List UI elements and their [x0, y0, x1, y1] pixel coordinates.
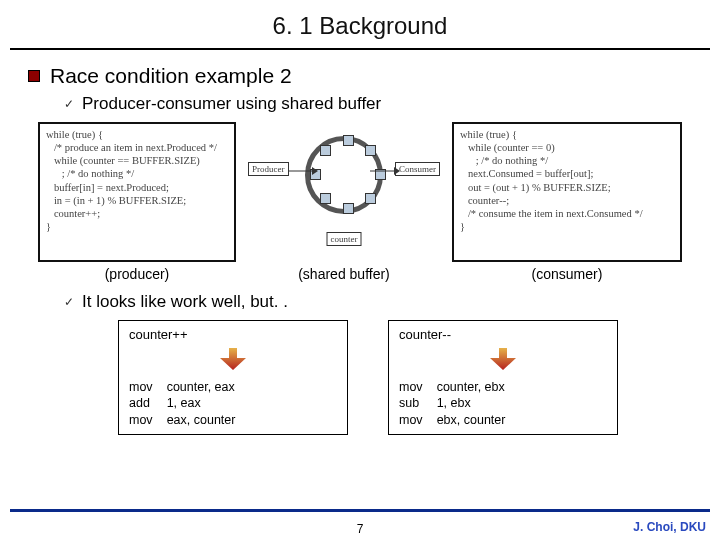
- producer-label-box: Producer: [248, 162, 289, 176]
- svg-marker-1: [312, 167, 318, 175]
- arrow-icon: [370, 166, 400, 176]
- svg-marker-5: [490, 348, 516, 370]
- label-consumer: (consumer): [452, 266, 682, 282]
- label-producer: (producer): [38, 266, 236, 282]
- arrow-icon: [288, 166, 318, 176]
- check-icon: ✓: [64, 97, 74, 111]
- counter-label-box: counter: [327, 232, 362, 246]
- slide-title: 6. 1 Background: [10, 0, 710, 50]
- asm-left-title: counter++: [129, 327, 337, 342]
- asm-box-decrement: counter-- mov sub mov counter, ebx 1, eb…: [388, 320, 618, 435]
- asm-right-title: counter--: [399, 327, 607, 342]
- diagram-row: while (true) { /* produce an item in nex…: [38, 122, 682, 262]
- producer-code: while (true) { /* produce an item in nex…: [38, 122, 236, 262]
- assembly-row: counter++ mov add mov counter, eax 1, ea…: [118, 320, 652, 435]
- asm-right-args: counter, ebx 1, ebx ebx, counter: [437, 379, 506, 428]
- asm-right-ops: mov sub mov: [399, 379, 423, 428]
- sub-bullet-1: ✓ Producer-consumer using shared buffer: [64, 94, 692, 114]
- consumer-label-box: Consumer: [395, 162, 440, 176]
- sub2-text: It looks like work well, but. .: [82, 292, 288, 312]
- svg-marker-3: [394, 167, 400, 175]
- bullet-main: Race condition example 2: [28, 64, 692, 88]
- slide-content: Race condition example 2 ✓ Producer-cons…: [0, 50, 720, 435]
- heading-text: Race condition example 2: [50, 64, 292, 88]
- sub1-text: Producer-consumer using shared buffer: [82, 94, 381, 114]
- consumer-code: while (true) { while (counter == 0) ; /*…: [452, 122, 682, 262]
- asm-box-increment: counter++ mov add mov counter, eax 1, ea…: [118, 320, 348, 435]
- down-arrow-icon: [129, 348, 337, 373]
- asm-left-args: counter, eax 1, eax eax, counter: [167, 379, 236, 428]
- label-shared: (shared buffer): [236, 266, 452, 282]
- square-bullet-icon: [28, 70, 40, 82]
- diagram-labels: (producer) (shared buffer) (consumer): [38, 266, 682, 282]
- check-icon: ✓: [64, 295, 74, 309]
- page-number: 7: [357, 522, 364, 536]
- footer-credit: J. Choi, DKU: [633, 520, 706, 534]
- asm-left-ops: mov add mov: [129, 379, 153, 428]
- footer-divider: [10, 509, 710, 512]
- sub-bullet-2: ✓ It looks like work well, but. .: [64, 292, 692, 312]
- down-arrow-icon: [399, 348, 607, 373]
- svg-marker-4: [220, 348, 246, 370]
- buffer-diagram: Producer Consumer counter: [244, 122, 444, 262]
